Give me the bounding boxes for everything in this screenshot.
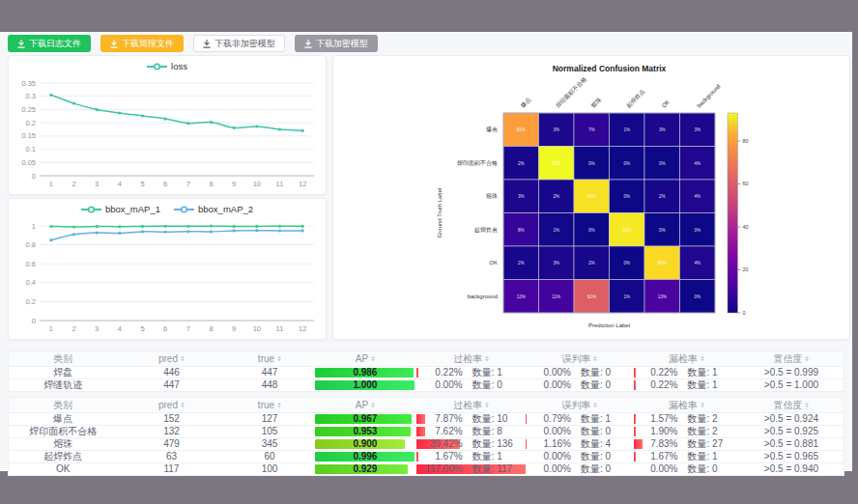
pred-cell: 117 bbox=[117, 463, 225, 475]
matrix-cell-value: 0% bbox=[623, 161, 630, 166]
matrix-cell-value: 0% bbox=[623, 194, 630, 199]
sort-caret-icon[interactable] bbox=[593, 354, 597, 363]
sort-caret-icon[interactable] bbox=[181, 401, 185, 409]
misjudge-rate-cell: 1.16%数量: 4 bbox=[526, 438, 634, 450]
rate-percent: 0.22% bbox=[420, 367, 463, 378]
rate-percent: 39.42% bbox=[420, 438, 463, 450]
metrics-tables: 类别predtrueAP过检率误判率漏检率置信度焊盘4464470.9860.2… bbox=[8, 350, 844, 476]
matrix-row-label: background bbox=[468, 294, 498, 299]
header-label: true bbox=[258, 398, 274, 412]
sort-caret-icon[interactable] bbox=[701, 354, 704, 363]
caret-down-icon bbox=[181, 359, 185, 363]
legend-item-bbox_mAP_1[interactable]: bbox_mAP_1 bbox=[81, 204, 160, 214]
sort-caret-icon[interactable] bbox=[485, 401, 489, 409]
table-header-true[interactable]: true bbox=[226, 351, 314, 366]
sort-caret-icon[interactable] bbox=[593, 401, 597, 409]
table-header-误判率[interactable]: 误判率 bbox=[526, 398, 634, 412]
svg-text:12: 12 bbox=[299, 180, 306, 188]
table-header-漏检率[interactable]: 漏检率 bbox=[634, 351, 739, 366]
bbox-map-chart: 00.20.40.60.81123456789101112 bbox=[11, 218, 326, 336]
ap-bar-track: 0.900 bbox=[315, 439, 415, 449]
table-header-row: 类别predtrueAP过检率误判率漏检率置信度 bbox=[9, 398, 844, 413]
rate-percent: 0.22% bbox=[636, 367, 678, 378]
rate-bar bbox=[526, 439, 528, 449]
class-cell: 焊印面积不合格 bbox=[9, 426, 117, 437]
caret-down-icon bbox=[805, 406, 809, 409]
true-cell: 345 bbox=[226, 438, 314, 450]
sort-caret-icon[interactable] bbox=[485, 354, 489, 363]
ap-bar-track: 0.986 bbox=[315, 368, 415, 378]
download-icon bbox=[17, 40, 25, 48]
sort-caret-icon[interactable] bbox=[701, 401, 704, 409]
sort-caret-icon[interactable] bbox=[277, 354, 281, 363]
class-cell: 起焊炸点 bbox=[9, 451, 117, 462]
matrix-cell-value: 1% bbox=[553, 228, 559, 233]
table-header-true[interactable]: true bbox=[226, 398, 314, 412]
matrix-cell-value: 91% bbox=[622, 228, 631, 233]
confidence-cell: >0.5 = 0.940 bbox=[739, 463, 844, 475]
sort-caret-icon[interactable] bbox=[181, 354, 185, 363]
matrix-cell-value: 3% bbox=[518, 194, 525, 199]
confidence-cell: >0.5 = 0.925 bbox=[739, 426, 844, 437]
table-header-漏检率[interactable]: 漏检率 bbox=[634, 398, 739, 412]
matrix-row-label: 起焊炸点 bbox=[474, 226, 498, 234]
table-header-过检率[interactable]: 过检率 bbox=[416, 351, 525, 366]
rate-percent: 1.57% bbox=[636, 413, 678, 425]
legend-label: bbox_mAP_2 bbox=[198, 204, 253, 214]
over-rate-cell: 117.00%数量: 117 bbox=[416, 463, 525, 475]
matrix-col-label: 焊印面积不合格 bbox=[555, 75, 588, 109]
confidence-cell: >0.5 = 0.999 bbox=[739, 367, 844, 378]
table-header-pred[interactable]: pred bbox=[117, 398, 225, 412]
legend-label: loss bbox=[171, 61, 187, 71]
svg-text:10: 10 bbox=[253, 180, 261, 188]
ap-bar-track: 0.953 bbox=[315, 427, 415, 436]
matrix-row-label: OK bbox=[489, 260, 498, 266]
miss-rate-cell: 1.90%数量: 2 bbox=[634, 426, 739, 437]
over-rate-cell: 0.00%数量: 0 bbox=[416, 379, 525, 391]
sort-caret-icon[interactable] bbox=[371, 401, 375, 409]
true-cell: 448 bbox=[226, 379, 314, 391]
true-cell: 105 bbox=[226, 426, 314, 437]
svg-text:3: 3 bbox=[95, 324, 99, 333]
sort-caret-icon[interactable] bbox=[805, 354, 809, 363]
download-button-2[interactable]: 下载简报文件 bbox=[100, 35, 184, 52]
rate-percent: 0.79% bbox=[529, 413, 571, 425]
download-button-4[interactable]: 下载加密模型 bbox=[295, 35, 378, 52]
pred-cell: 152 bbox=[117, 413, 225, 425]
download-button-3[interactable]: 下载非加密模型 bbox=[193, 35, 285, 52]
table-header-误判率[interactable]: 误判率 bbox=[526, 351, 634, 366]
matrix-cell-value: 7% bbox=[588, 127, 595, 132]
matrix-cell-value: 90% bbox=[587, 194, 596, 199]
class-cell: 焊盘 bbox=[9, 367, 117, 378]
legend-item-bbox_mAP_2[interactable]: bbox_mAP_2 bbox=[174, 204, 253, 214]
over-rate-cell: 7.62%数量: 8 bbox=[416, 426, 525, 437]
table-header-pred[interactable]: pred bbox=[117, 351, 225, 366]
caret-up-icon bbox=[371, 401, 375, 405]
sort-caret-icon[interactable] bbox=[805, 401, 809, 409]
svg-text:6: 6 bbox=[163, 180, 167, 188]
rate-percent: 0.00% bbox=[529, 426, 571, 437]
ap-cell: 0.996 bbox=[313, 451, 416, 462]
header-label: true bbox=[258, 351, 274, 366]
table-header-置信度[interactable]: 置信度 bbox=[739, 398, 844, 412]
table-header-AP[interactable]: AP bbox=[313, 398, 416, 412]
svg-text:1: 1 bbox=[49, 180, 53, 188]
rate-percent: 1.90% bbox=[636, 426, 678, 437]
matrix-cell-value: 3% bbox=[659, 127, 666, 132]
metrics-table-1: 类别predtrueAP过检率误判率漏检率置信度焊盘4464470.9860.2… bbox=[8, 350, 844, 392]
download-button-1[interactable]: 下载日志文件 bbox=[8, 35, 91, 52]
svg-text:7: 7 bbox=[186, 324, 190, 333]
rate-count: 数量: 4 bbox=[581, 438, 631, 450]
table-header-置信度[interactable]: 置信度 bbox=[739, 351, 844, 366]
sort-caret-icon[interactable] bbox=[371, 354, 375, 363]
miss-rate-cell: 0.22%数量: 1 bbox=[634, 367, 739, 378]
matrix-cell-value: 1% bbox=[623, 294, 630, 299]
table-header-过检率[interactable]: 过检率 bbox=[416, 398, 525, 412]
rate-percent: 1.16% bbox=[529, 438, 571, 450]
download-button-label: 下载简报文件 bbox=[122, 38, 174, 50]
over-rate-cell: 39.42%数量: 136 bbox=[416, 438, 525, 450]
sort-caret-icon[interactable] bbox=[277, 401, 281, 409]
svg-text:0.05: 0.05 bbox=[21, 158, 36, 167]
table-header-AP[interactable]: AP bbox=[313, 351, 416, 366]
legend-item-loss[interactable]: loss bbox=[147, 61, 187, 71]
